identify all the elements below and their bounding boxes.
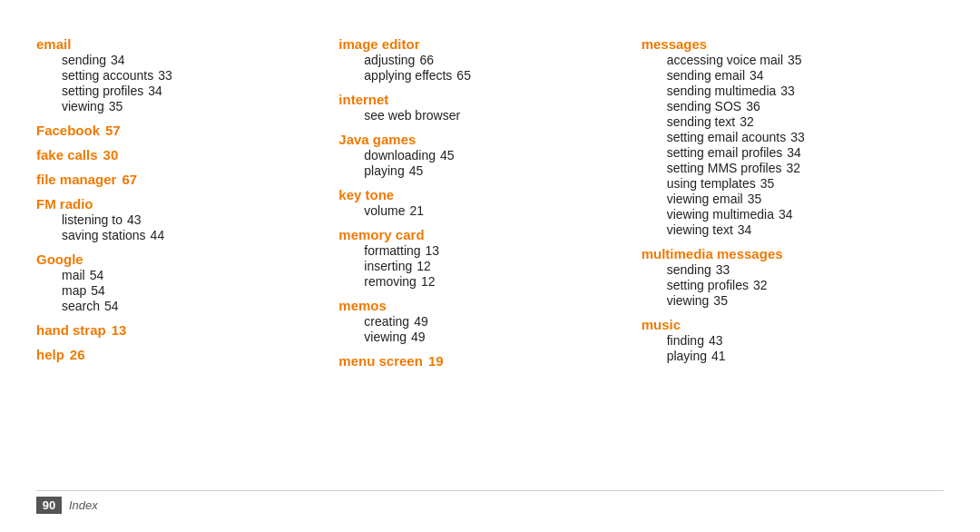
sub-entry: sending33	[642, 262, 926, 277]
sub-page-num: 43	[709, 333, 723, 348]
entry-heading-google: Google	[36, 251, 320, 267]
sub-page-num: 34	[787, 145, 801, 160]
sub-text: setting email acounts	[667, 130, 787, 144]
heading-text: key tone	[338, 187, 394, 202]
sub-page-num: 43	[127, 212, 142, 227]
sub-page-num: 32	[786, 161, 800, 175]
sub-entry: saving stations44	[36, 228, 320, 242]
entry-heading-memory-card: memory card	[338, 227, 622, 242]
entry-heading-key-tone: key tone	[338, 187, 622, 202]
sub-page-num: 49	[411, 330, 426, 344]
heading-text: email	[36, 36, 71, 52]
sub-text: search	[62, 299, 100, 313]
sub-entry: volume21	[338, 203, 622, 218]
sub-entry: setting accounts33	[36, 68, 320, 83]
entry-heading-messages: messages	[642, 36, 926, 52]
sub-text: volume	[364, 203, 405, 218]
heading-page-num: 26	[70, 347, 85, 362]
sub-entry: playing45	[338, 163, 622, 178]
heading-text: file manager	[36, 172, 116, 187]
sub-entry: viewing text34	[642, 222, 926, 237]
sub-entry: map54	[36, 283, 320, 298]
heading-text: fake calls	[36, 147, 98, 163]
sub-text: viewing text	[667, 222, 733, 237]
sub-text: finding	[667, 333, 704, 348]
sub-page-num: 33	[780, 84, 795, 98]
sub-text: accessing voice mail	[667, 53, 783, 67]
sub-page-num: 32	[753, 278, 768, 292]
heading-text: FM radio	[36, 196, 93, 212]
entry-heading-multimedia-messages: multimedia messages	[642, 246, 926, 261]
sub-page-num: 32	[740, 114, 754, 129]
sub-text: viewing multimedia	[667, 207, 774, 222]
sub-text: sending	[667, 262, 711, 277]
sub-text: sending multimedia	[667, 84, 777, 98]
sub-page-num: 34	[111, 53, 125, 67]
sub-entry: accessing voice mail35	[642, 53, 926, 67]
sub-page-num: 34	[738, 222, 752, 237]
heading-text: messages	[642, 36, 708, 52]
heading-text: Java games	[338, 132, 416, 147]
sub-page-num: 54	[90, 268, 104, 282]
sub-entry: viewing35	[36, 99, 320, 113]
sub-text: setting profiles	[667, 278, 749, 292]
sub-entry: formatting13	[338, 243, 622, 258]
heading-text: memos	[338, 298, 387, 313]
sub-page-num: 35	[760, 176, 775, 191]
sub-entry: creating49	[338, 314, 622, 329]
sub-text: setting profiles	[62, 84, 143, 98]
sub-entry: finding43	[642, 333, 926, 348]
sub-text: viewing	[364, 330, 407, 344]
sub-page-num: 21	[409, 203, 424, 218]
index-column-2: image editoradjusting66applying effects6…	[338, 27, 641, 481]
entry-heading-file-manager: file manager67	[36, 172, 320, 187]
sub-entry: setting profiles34	[36, 84, 320, 98]
sub-page-num: 33	[790, 130, 805, 144]
sub-entry: sending SOS36	[642, 99, 926, 113]
index-page: emailsending34setting accounts33setting …	[0, 0, 980, 532]
sub-page-num: 12	[416, 259, 431, 273]
heading-text: Facebook	[36, 123, 100, 138]
sub-text: map	[62, 283, 86, 298]
sub-text: playing	[364, 163, 404, 178]
sub-entry: applying effects65	[338, 68, 622, 83]
entry-heading-memos: memos	[338, 298, 622, 313]
sub-entry: using templates35	[642, 176, 926, 191]
sub-entry: setting profiles32	[642, 278, 926, 292]
sub-page-num: 34	[750, 68, 764, 83]
sub-text: viewing	[667, 293, 710, 308]
sub-page-num: 36	[746, 99, 760, 113]
sub-page-num: 54	[91, 283, 105, 298]
heading-page-num: 13	[112, 322, 127, 338]
sub-entry: sending34	[36, 53, 320, 67]
heading-text: menu screen	[338, 353, 423, 369]
sub-text: setting email profiles	[667, 145, 783, 160]
heading-text: hand strap	[36, 322, 106, 338]
heading-text: music	[642, 317, 681, 332]
sub-page-num: 33	[158, 68, 172, 83]
entry-heading-music: music	[642, 317, 926, 332]
index-column-1: emailsending34setting accounts33setting …	[36, 27, 338, 481]
entry-heading-hand-strap: hand strap13	[36, 322, 320, 338]
sub-entry: sending text32	[642, 114, 926, 129]
sub-entry: adjusting66	[338, 53, 622, 67]
sub-entry: viewing multimedia34	[642, 207, 926, 222]
entry-heading-help: help26	[36, 347, 320, 362]
sub-entry: setting email profiles34	[642, 145, 926, 160]
entry-heading-java-games: Java games	[338, 132, 622, 147]
sub-entry: search54	[36, 299, 320, 313]
sub-entry: sending email34	[642, 68, 926, 83]
content-columns: emailsending34setting accounts33setting …	[36, 27, 944, 481]
sub-entry: mail54	[36, 268, 320, 282]
footer-page-number: 90	[36, 497, 62, 514]
sub-page-num: 45	[409, 163, 424, 178]
sub-text: removing	[364, 274, 416, 289]
sub-page-num: 35	[109, 99, 123, 113]
sub-text: see web browser	[364, 108, 460, 123]
entry-heading-menu-screen: menu screen19	[338, 353, 622, 369]
heading-page-num: 19	[428, 353, 444, 369]
sub-page-num: 65	[456, 68, 471, 83]
sub-page-num: 66	[419, 53, 434, 67]
heading-page-num: 30	[103, 147, 119, 163]
entry-heading-facebook: Facebook57	[36, 123, 320, 138]
